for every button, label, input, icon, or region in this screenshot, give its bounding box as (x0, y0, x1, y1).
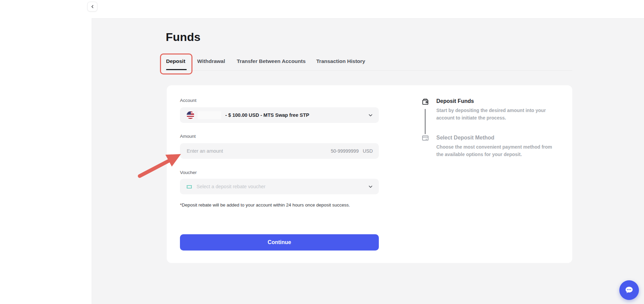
chevron-left-icon (90, 4, 95, 9)
amount-input[interactable] (180, 143, 379, 159)
tab-transfer-between-accounts[interactable]: Transfer Between Accounts (237, 58, 306, 64)
red-annotation-box (160, 53, 192, 74)
voucher-select[interactable]: Select a deposit rebate voucher (180, 179, 379, 194)
wallet-icon (421, 97, 430, 106)
step-deposit-funds-title: Deposit Funds (436, 98, 474, 104)
us-flag-canton (187, 111, 191, 115)
us-flag-icon (187, 111, 194, 119)
chat-bubble-icon (624, 285, 634, 295)
tab-withdrawal[interactable]: Withdrawal (197, 58, 225, 64)
account-label: Account (180, 98, 197, 103)
step-deposit-funds-description: Start by depositing the desired amount i… (436, 107, 555, 122)
continue-button[interactable]: Continue (180, 234, 379, 251)
steps-connector-line (425, 109, 426, 134)
account-select[interactable]: - $ 100.00 USD - MTS Swap free STP (180, 107, 379, 123)
chevron-down-icon (368, 112, 373, 118)
deposit-rebate-note: *Deposit rebate will be added to your ac… (180, 202, 350, 208)
topbar-divider-line (92, 18, 644, 19)
amount-label: Amount (180, 134, 196, 139)
tab-transaction-history[interactable]: Transaction History (316, 58, 365, 64)
credit-card-icon (421, 134, 430, 142)
ticket-icon (186, 183, 192, 190)
app-window: PUPRIME Deposit Download (0, 0, 644, 304)
sidebar-collapse-button[interactable] (87, 2, 97, 12)
tabs-divider (166, 70, 572, 71)
step-select-method-description: Choose the most convenient payment metho… (436, 144, 555, 158)
voucher-select-placeholder: Select a deposit rebate voucher (197, 184, 266, 189)
live-chat-button[interactable] (619, 280, 639, 300)
chevron-down-icon (368, 184, 373, 190)
account-select-value: - $ 100.00 USD - MTS Swap free STP (225, 112, 309, 118)
account-number-redacted (198, 111, 221, 119)
sidebar (0, 0, 92, 304)
voucher-label: Voucher (180, 170, 197, 175)
page-title: Funds (166, 30, 201, 44)
step-select-method-title: Select Deposit Method (436, 135, 495, 141)
deposit-form-card: Account - $ 100.00 USD - MTS Swap free S… (167, 85, 572, 263)
